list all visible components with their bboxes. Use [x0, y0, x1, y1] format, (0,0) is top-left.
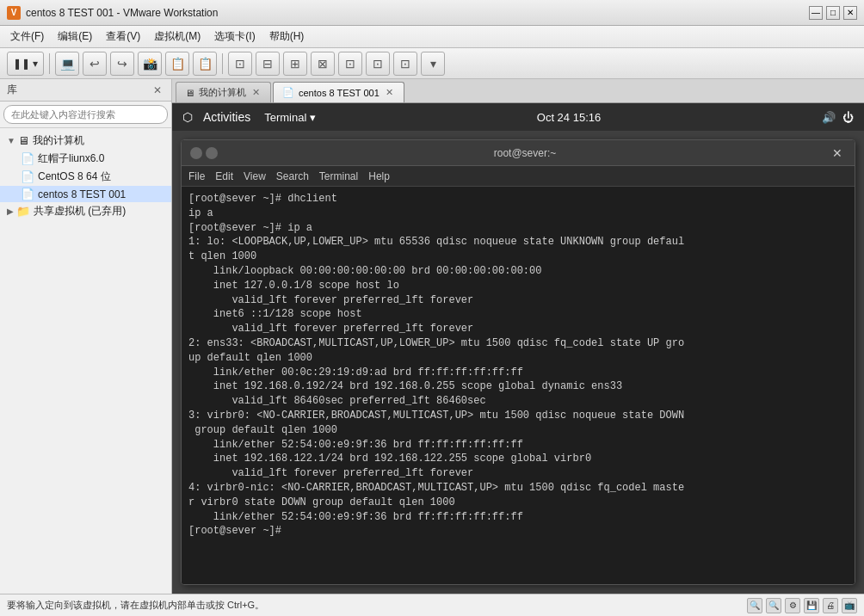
- terminal-max-btn[interactable]: [206, 147, 218, 159]
- view-btn-3[interactable]: ⊞: [283, 52, 307, 76]
- gnome-clock: Oct 24 15:16: [316, 111, 822, 124]
- menubar-item[interactable]: 文件(F): [3, 28, 51, 46]
- close-button[interactable]: ✕: [843, 6, 857, 20]
- toolbar-sep-2: [222, 53, 223, 74]
- titlebar-title: centos 8 TEST 001 - VMware Workstation: [26, 7, 809, 19]
- gnome-app-label[interactable]: Terminal ▾: [264, 111, 316, 124]
- statusbar: 要将输入定向到该虚拟机，请在虚拟机内部单击或按 Ctrl+G。 🔍 🔍 ⚙ 💾 …: [0, 594, 864, 616]
- terminal-menu-edit[interactable]: Edit: [215, 170, 233, 182]
- view-btn-1[interactable]: ⊡: [228, 52, 252, 76]
- content-area: 🖥 我的计算机 ✕ 📄 centos 8 TEST 001 ✕ ⬡ Activi…: [172, 79, 864, 594]
- menubar-item[interactable]: 编辑(E): [51, 28, 99, 46]
- expand-icon: ▶: [7, 206, 14, 216]
- tab-close-btn[interactable]: ✕: [250, 87, 262, 98]
- sidebar-search-area: [0, 102, 171, 128]
- gnome-logo-icon: ⬡: [182, 110, 193, 124]
- terminal-min-btn[interactable]: [190, 147, 202, 159]
- statusbar-icon-3[interactable]: ⚙: [785, 598, 800, 613]
- vm-icon: 📄: [21, 188, 34, 200]
- vm-icon: 📄: [21, 170, 34, 183]
- statusbar-icon-2[interactable]: 🔍: [766, 598, 781, 613]
- pause-dropdown-icon: ▾: [33, 58, 38, 70]
- view-btn-7[interactable]: ⊡: [393, 52, 417, 76]
- gnome-tray: 🔊 ⏻: [822, 111, 854, 124]
- terminal-title: root@sever:~: [221, 147, 829, 159]
- tree-item-label: 我的计算机: [33, 133, 84, 148]
- statusbar-icon-4[interactable]: 💾: [804, 598, 819, 613]
- tab-label: 我的计算机: [199, 86, 246, 99]
- terminal-titlebar: root@sever:~ ✕: [182, 140, 855, 166]
- sidebar-tree: ▼ 🖥 我的计算机 📄 红帽子liunx6.0 📄 CentOS 8 64 位 …: [0, 128, 171, 594]
- statusbar-icon-6[interactable]: 📺: [842, 598, 857, 613]
- tree-item-centos64[interactable]: 📄 CentOS 8 64 位: [0, 168, 171, 186]
- volume-icon[interactable]: 🔊: [822, 111, 836, 124]
- revert-btn[interactable]: ↩: [83, 52, 107, 76]
- vm-display[interactable]: ⬡ Activities Terminal ▾ Oct 24 15:16 🔊 ⏻: [172, 103, 864, 594]
- tree-item-label: CentOS 8 64 位: [38, 169, 111, 184]
- sidebar-close-button[interactable]: ✕: [151, 83, 164, 97]
- tree-item-label: centos 8 TEST 001: [38, 188, 126, 200]
- terminal-body[interactable]: [root@sever ~]# dhclient ip a [root@seve…: [182, 187, 855, 584]
- menubar-item[interactable]: 查看(V): [99, 28, 147, 46]
- menubar-item[interactable]: 帮助(H): [262, 28, 312, 46]
- terminal-menu-help[interactable]: Help: [368, 170, 390, 182]
- toolbar-sep-1: [49, 53, 50, 74]
- tab-centos-test[interactable]: 📄 centos 8 TEST 001 ✕: [273, 82, 404, 102]
- terminal-window[interactable]: root@sever:~ ✕ File Edit View Search Ter…: [181, 139, 855, 585]
- tree-item-label: 红帽子liunx6.0: [38, 151, 104, 166]
- tab-my-computer[interactable]: 🖥 我的计算机 ✕: [176, 82, 271, 102]
- maximize-button[interactable]: □: [826, 6, 840, 20]
- minimize-button[interactable]: —: [809, 6, 823, 20]
- activities-button[interactable]: Activities: [196, 110, 257, 124]
- sidebar-title: 库: [7, 83, 151, 97]
- statusbar-icon-1[interactable]: 🔍: [747, 598, 762, 613]
- view-btn-4[interactable]: ⊠: [311, 52, 335, 76]
- statusbar-right: 🔍 🔍 ⚙ 💾 🖨 📺: [747, 598, 857, 613]
- paste-btn[interactable]: 📋: [193, 52, 217, 76]
- view-btn-6[interactable]: ⊡: [366, 52, 390, 76]
- vm-icon-btn[interactable]: 💻: [55, 52, 79, 76]
- tab-bar: 🖥 我的计算机 ✕ 📄 centos 8 TEST 001 ✕: [172, 79, 864, 103]
- terminal-menu-file[interactable]: File: [188, 170, 205, 182]
- gnome-topbar: ⬡ Activities Terminal ▾ Oct 24 15:16 🔊 ⏻: [172, 103, 864, 131]
- titlebar: V centos 8 TEST 001 - VMware Workstation…: [0, 0, 864, 26]
- tree-item-my-computer[interactable]: ▼ 🖥 我的计算机: [0, 132, 171, 150]
- main-area: 库 ✕ ▼ 🖥 我的计算机 📄 红帽子liunx6.0 📄 CentOS 8 6…: [0, 79, 864, 594]
- tree-item-shared[interactable]: ▶ 📁 共享虚拟机 (已弃用): [0, 202, 171, 220]
- tree-item-redhat[interactable]: 📄 红帽子liunx6.0: [0, 150, 171, 168]
- snapshot-btn[interactable]: 📸: [138, 52, 162, 76]
- menubar-item[interactable]: 选项卡(I): [207, 28, 262, 46]
- view-btn-5[interactable]: ⊡: [338, 52, 362, 76]
- tree-item-centos-test[interactable]: 📄 centos 8 TEST 001: [0, 186, 171, 202]
- redo-btn[interactable]: ↪: [110, 52, 134, 76]
- folder-icon: 📁: [16, 205, 30, 218]
- tree-item-label: 共享虚拟机 (已弃用): [34, 204, 126, 219]
- terminal-menubar: File Edit View Search Terminal Help: [182, 166, 855, 187]
- sidebar: 库 ✕ ▼ 🖥 我的计算机 📄 红帽子liunx6.0 📄 CentOS 8 6…: [0, 79, 172, 594]
- power-icon[interactable]: ⏻: [842, 111, 854, 124]
- sidebar-search-input[interactable]: [3, 105, 168, 124]
- copy-btn[interactable]: 📋: [165, 52, 189, 76]
- pause-button[interactable]: ❚❚ ▾: [7, 52, 44, 76]
- terminal-menu-terminal[interactable]: Terminal: [319, 170, 358, 182]
- menubar-item[interactable]: 虚拟机(M): [147, 28, 207, 46]
- statusbar-text: 要将输入定向到该虚拟机，请在虚拟机内部单击或按 Ctrl+G。: [7, 599, 264, 612]
- toolbar: ❚❚ ▾ 💻 ↩ ↪ 📸 📋 📋 ⊡ ⊟ ⊞ ⊠ ⊡ ⊡ ⊡ ▾: [0, 48, 864, 79]
- terminal-menu-view[interactable]: View: [244, 170, 266, 182]
- app-icon: V: [7, 6, 21, 20]
- view-dropdown-btn[interactable]: ▾: [421, 52, 445, 76]
- expand-icon: ▼: [7, 136, 15, 145]
- view-btn-2[interactable]: ⊟: [256, 52, 280, 76]
- computer-icon: 🖥: [18, 134, 29, 147]
- pause-icon: ❚❚: [13, 58, 30, 70]
- menubar: 文件(F)编辑(E)查看(V)虚拟机(M)选项卡(I)帮助(H): [0, 26, 864, 48]
- vm-icon: 📄: [21, 152, 34, 165]
- tab-icon: 📄: [282, 87, 294, 98]
- terminal-close-btn[interactable]: ✕: [829, 146, 846, 160]
- sidebar-header: 库 ✕: [0, 79, 171, 102]
- terminal-menu-search[interactable]: Search: [276, 170, 309, 182]
- titlebar-controls: — □ ✕: [809, 6, 857, 20]
- tab-label: centos 8 TEST 001: [299, 88, 380, 98]
- tab-close-btn[interactable]: ✕: [384, 87, 395, 98]
- statusbar-icon-5[interactable]: 🖨: [823, 598, 838, 613]
